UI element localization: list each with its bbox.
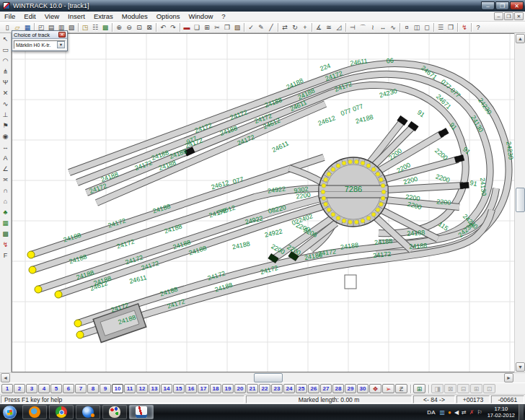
taskbar-app-wintrack[interactable] [129,405,154,419]
start-button[interactable] [3,406,17,419]
delete-button[interactable]: ▬ [182,22,192,32]
track-plan-canvas[interactable]: 224246110624671077 077246712423024130242… [12,33,514,372]
page-tab-26[interactable]: 26 [308,384,319,393]
menu-modules[interactable]: Modules [118,12,152,20]
copy-button[interactable]: ❐ [222,22,232,32]
scroll-left-icon[interactable]: ◄ [1,373,10,382]
page-tab-4[interactable]: 4 [38,384,50,393]
power-button[interactable]: ↯ [459,22,469,32]
mirror-button[interactable]: ⇄ [280,22,290,32]
menu-edit[interactable]: Edit [19,12,40,20]
draw-tool-button[interactable]: ✎ [256,22,266,32]
page-tab-10[interactable]: 10 [112,384,123,393]
page-tab-18[interactable]: 18 [210,384,221,393]
page-tab-1[interactable]: 1 [1,384,13,393]
page-tab-20[interactable]: 20 [234,384,246,393]
crossing-tool-button[interactable]: ✕ [1,88,11,98]
zoom-section-button[interactable]: ⊡ [134,22,144,32]
flex-track-tool-button[interactable]: ∿ [1,99,11,109]
insert-part-button[interactable]: ⊞ [202,22,212,32]
context-help-button[interactable]: ? [473,22,483,32]
page-tab-12[interactable]: 12 [136,384,148,393]
group-button[interactable]: ◫ [412,22,422,32]
minimize-button[interactable]: – [481,1,495,10]
tree-tool-button[interactable]: ♣ [1,207,11,217]
update-tray-icon[interactable]: ● [448,409,451,416]
titlebar[interactable]: WINTRACK 10.0 - [track1] – ❐ ✕ [0,0,525,12]
vertical-scroll-thumb[interactable] [516,188,525,212]
parts-list-button[interactable]: ▧ [66,22,76,32]
action-center-tray-icon[interactable]: ⚐ [477,409,482,416]
mdi-restore-button[interactable]: ❐ [504,12,513,20]
undo-button[interactable]: ↶ [158,22,168,32]
move-button[interactable]: + [300,22,310,32]
scroll-down-icon[interactable]: ▼ [516,362,525,372]
ungroup-button[interactable]: ◻ [422,22,432,32]
three-way-tool-button[interactable]: Ψ [1,77,11,87]
page-tab-24[interactable]: 24 [283,384,295,393]
list-view-button[interactable]: ☰ [436,22,446,32]
page-tab-28[interactable]: 28 [332,384,344,393]
display-tray-icon[interactable]: ▥ [439,409,445,416]
window-layout-button[interactable]: ❐ [446,22,456,32]
shift-button[interactable]: ↔ [378,22,388,32]
cut-button[interactable]: ✂ [212,22,222,32]
page-tab-21[interactable]: 21 [247,384,258,393]
curve-track-tool-button[interactable]: ◠ [1,56,11,66]
show-numbers-button[interactable]: ✓ [246,22,256,32]
menu-insert[interactable]: Insert [63,12,89,20]
select-tool-button[interactable]: ↖ [1,34,11,44]
separate-button[interactable]: ≀ [368,22,378,32]
power-tool-button[interactable]: ↯ [1,240,11,250]
connect-button[interactable]: ⌒ [358,22,368,32]
security-tray-icon[interactable]: ✗ [469,409,475,416]
tunnel-tool-button[interactable]: ∩ [1,185,11,196]
zoom-all-button[interactable]: ⊠ [144,22,154,32]
zoom-in-button[interactable]: ⊕ [114,22,124,32]
language-indicator[interactable]: DA [427,409,435,416]
menu-help[interactable]: ? [217,12,229,20]
page-tab-14[interactable]: 14 [161,384,172,393]
panel-close-icon[interactable]: ✕ [58,32,66,38]
paste-button[interactable]: ▨ [232,22,242,32]
duplicate-button[interactable]: ❏ [192,22,202,32]
volume-tray-icon[interactable]: ◀ [454,409,459,416]
page-tab-30[interactable]: 30 [357,384,369,393]
contact-button[interactable]: ¤ [402,22,412,32]
page-tab-3[interactable]: 3 [26,384,38,393]
uncoupler-tool-button[interactable]: ⊥ [1,110,11,120]
f-key-tool-button[interactable]: F [1,250,11,261]
page-tab-13[interactable]: 13 [149,384,160,393]
page-tab-25[interactable]: 25 [296,384,307,393]
new-file-button[interactable]: ▯ [2,22,12,32]
line-tool-button[interactable]: ╱ [266,22,276,32]
taskbar-clock[interactable]: 17:1017-02-2012 [488,406,515,419]
page-tab-27[interactable]: 27 [320,384,332,393]
rotate-button[interactable]: ↻ [290,22,300,32]
menu-window[interactable]: Window [184,12,217,20]
text-tool-button[interactable]: A [1,153,11,163]
page-tab-6[interactable]: 6 [63,384,74,393]
page-tab-17[interactable]: 17 [198,384,209,393]
mdi-minimize-button[interactable]: – [494,12,503,20]
page-tab-8[interactable]: 8 [87,384,99,393]
scroll-up-icon[interactable]: ▲ [516,34,525,43]
taskbar-app-paint[interactable] [102,405,127,419]
measure-button[interactable]: ∡ [314,22,324,32]
track-system-select[interactable]: Märklin H0 K-tr. ▼ [14,40,66,49]
page-overview-button[interactable]: ⊞ [413,384,425,393]
page-tab-5[interactable]: 5 [50,384,62,393]
layer-manager-button[interactable]: ❖ [369,384,381,393]
image-view-button[interactable]: ▩ [100,22,110,32]
height-profile-button[interactable]: ≅ [324,22,334,32]
page-tab-11[interactable]: 11 [124,384,136,393]
straight-track-tool-button[interactable]: ▭ [1,45,11,55]
scroll-right-icon[interactable]: ► [504,373,513,382]
page-tab-16[interactable]: 16 [185,384,197,393]
menu-options[interactable]: Options [152,12,185,20]
image-tool-button[interactable]: ▩ [1,229,11,239]
horizontal-scroll-thumb[interactable] [254,373,283,382]
taskbar-app-media-player[interactable] [76,405,100,419]
page-tab-29[interactable]: 29 [345,384,356,393]
delete-page-button[interactable]: ➢ [382,384,394,393]
